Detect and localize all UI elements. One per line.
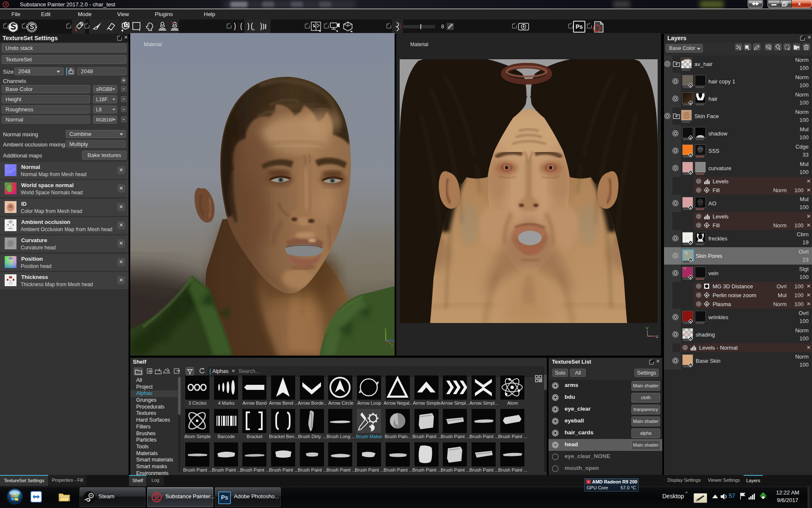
svg-text:x: x <box>391 343 393 347</box>
svg-text:x: x <box>253 28 255 31</box>
svg-text:z: z <box>394 339 395 343</box>
svg-text:V: V <box>646 326 648 330</box>
svg-text:Y: Y <box>384 328 387 331</box>
svg-text:U: U <box>656 334 658 339</box>
